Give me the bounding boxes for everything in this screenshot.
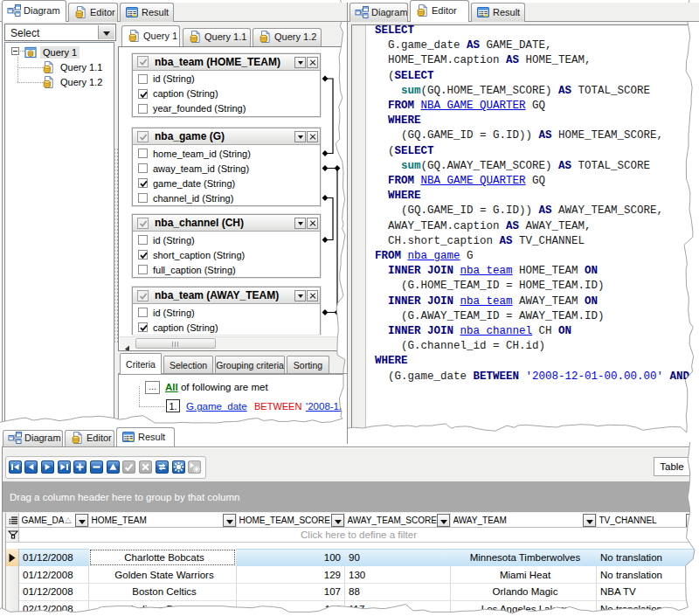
table-box-header[interactable]: nba_game (G) bbox=[133, 128, 320, 145]
criteria-field-link[interactable]: G.game_date bbox=[186, 401, 247, 412]
tab-diagram[interactable]: Diagram bbox=[350, 3, 408, 22]
grid-cell[interactable]: Miami Heat bbox=[451, 566, 596, 584]
table-dropdown-button[interactable] bbox=[294, 57, 306, 68]
grid-cell[interactable]: 01/12/2008 bbox=[19, 549, 88, 566]
table-close-button[interactable] bbox=[307, 290, 318, 301]
field-row-caption[interactable]: caption (String) bbox=[134, 87, 319, 101]
field-checkbox[interactable] bbox=[138, 89, 148, 99]
sql-editor[interactable]: SELECT G.game_date AS GAME_DATE, HOME_TE… bbox=[351, 24, 699, 444]
field-row-id[interactable]: id (String) bbox=[134, 305, 319, 320]
row-indicator[interactable] bbox=[6, 566, 19, 584]
nav-edit-button[interactable] bbox=[107, 460, 120, 474]
table-close-button[interactable] bbox=[307, 57, 318, 68]
table-view-button[interactable]: Table bbox=[654, 457, 690, 476]
field-checkbox[interactable] bbox=[138, 149, 148, 158]
tab-sorting[interactable]: Sorting bbox=[287, 356, 329, 374]
grid-cell[interactable]: 100 bbox=[237, 549, 344, 566]
tab-selection[interactable]: Selection bbox=[163, 356, 213, 374]
table-box-header[interactable]: nba_team (AWAY_TEAM) bbox=[133, 287, 320, 304]
grid-cell[interactable]: 129 bbox=[237, 566, 344, 584]
column-header-away_team[interactable]: AWAY_TEAM bbox=[451, 513, 597, 528]
tab-result[interactable]: Result bbox=[120, 3, 174, 22]
table-checkbox[interactable] bbox=[137, 56, 149, 67]
field-row-short_caption[interactable]: short_caption (String) bbox=[134, 247, 319, 262]
field-row-id[interactable]: id (String) bbox=[134, 72, 319, 87]
tab-criteria[interactable]: Criteria bbox=[120, 353, 162, 374]
row-indicator-current[interactable] bbox=[6, 549, 19, 566]
diagram-hscrollbar[interactable] bbox=[120, 336, 345, 350]
union-type-combo[interactable]: Select bbox=[4, 24, 116, 41]
field-row-game_date[interactable]: game_date (String) bbox=[134, 176, 319, 190]
table-dropdown-button[interactable] bbox=[294, 290, 306, 301]
column-filter-button[interactable] bbox=[583, 514, 596, 527]
field-row-channel_id[interactable]: channel_id (String) bbox=[134, 190, 319, 205]
column-filter-button[interactable] bbox=[331, 514, 344, 527]
tab-editor[interactable]: Editor bbox=[410, 0, 469, 22]
field-row-home_team_id[interactable]: home_team_id (String) bbox=[134, 146, 319, 161]
tab-result[interactable]: Result bbox=[471, 3, 525, 22]
nav-first-button[interactable] bbox=[9, 460, 22, 474]
grid-cell[interactable]: 107 bbox=[237, 583, 344, 600]
row-indicator[interactable] bbox=[6, 600, 19, 616]
tab-result[interactable]: Result bbox=[116, 427, 175, 446]
tab-query-1-2[interactable]: Query 1.2 bbox=[253, 28, 322, 46]
column-header-away_team_score[interactable]: AWAY_TEAM_SCORE bbox=[345, 513, 451, 528]
grid-cell[interactable]: NBA TV bbox=[597, 583, 697, 600]
tab-grouping-criteria[interactable]: Grouping criteria bbox=[215, 356, 285, 374]
nav-refresh-button[interactable] bbox=[156, 460, 169, 474]
criteria-options-button[interactable]: ... bbox=[145, 381, 160, 394]
criteria-operator[interactable]: BETWEEN bbox=[254, 401, 301, 412]
field-checkbox[interactable] bbox=[138, 322, 148, 332]
nav-cancel-button[interactable] bbox=[139, 460, 152, 474]
table-close-button[interactable] bbox=[307, 218, 318, 229]
field-checkbox[interactable] bbox=[138, 308, 148, 317]
grid-cell[interactable]: Indiana Pacers bbox=[89, 600, 236, 616]
column-header-tv_channel[interactable]: TV_CHANNEL bbox=[597, 513, 697, 528]
grid-cell[interactable]: No translation bbox=[597, 549, 697, 566]
nav-last-button[interactable] bbox=[58, 460, 71, 474]
table-dropdown-button[interactable] bbox=[294, 218, 306, 229]
column-header-home_team[interactable]: HOME_TEAM bbox=[89, 513, 237, 528]
field-row-id[interactable]: id (String) bbox=[134, 232, 319, 247]
field-checkbox[interactable] bbox=[138, 235, 148, 245]
tab-query-1[interactable]: Query 1 bbox=[121, 25, 180, 46]
table-box-header[interactable]: nba_channel (CH) bbox=[133, 215, 320, 232]
sql-text[interactable]: SELECT G.game_date AS GAME_DATE, HOME_TE… bbox=[375, 24, 689, 384]
grid-cell[interactable]: Los Angeles Lakers bbox=[451, 600, 596, 616]
nav-post-button[interactable] bbox=[122, 460, 135, 474]
combo-dropdown-button[interactable] bbox=[98, 25, 114, 39]
nav-prior-button[interactable] bbox=[24, 460, 38, 474]
column-filter-button[interactable] bbox=[686, 514, 697, 527]
group-by-bar[interactable]: Drag a column header here to group by th… bbox=[3, 481, 695, 512]
criteria-all-link[interactable]: All bbox=[165, 382, 178, 392]
grid-corner-cell[interactable] bbox=[6, 513, 19, 528]
table-box-header[interactable]: nba_team (HOME_TEAM) bbox=[133, 54, 320, 71]
grid-cell[interactable]: 90 bbox=[345, 549, 450, 566]
grid-cell[interactable]: 117 bbox=[345, 600, 450, 616]
grid-cell[interactable]: 01/12/2008 bbox=[19, 566, 88, 584]
column-filter-button[interactable] bbox=[75, 514, 88, 527]
grid-cell[interactable]: Minnesota Timberwolves bbox=[451, 549, 596, 566]
tab-editor[interactable]: Editor bbox=[68, 3, 118, 22]
table-checkbox[interactable] bbox=[137, 131, 149, 142]
nav-delete-button[interactable] bbox=[90, 460, 103, 474]
field-checkbox[interactable] bbox=[138, 104, 148, 114]
nav-fetch-next-button[interactable] bbox=[188, 460, 201, 474]
grid-cell[interactable]: Charlotte Bobcats bbox=[89, 549, 236, 566]
table-box-nba-channel-ch-[interactable]: nba_channel (CH) id (String)short_captio… bbox=[132, 214, 321, 278]
nav-next-button[interactable] bbox=[41, 460, 54, 474]
field-row-full_caption[interactable]: full_caption (String) bbox=[134, 262, 319, 277]
field-row-year_founded[interactable]: year_founded (String) bbox=[134, 101, 319, 116]
field-checkbox[interactable] bbox=[138, 178, 148, 188]
column-header-game_date[interactable]: GAME_DATE bbox=[19, 513, 89, 528]
table-box-nba-game-g-[interactable]: nba_game (G) home_team_id (String)away_t… bbox=[132, 128, 321, 206]
grid-cell[interactable]: Golden State Warriors bbox=[89, 566, 236, 584]
scrollbar-thumb[interactable] bbox=[135, 338, 216, 349]
table-dropdown-button[interactable] bbox=[294, 131, 306, 142]
tab-query-1-1[interactable]: Query 1.1 bbox=[183, 28, 251, 46]
tree-item-query-1[interactable]: Query 1 bbox=[24, 45, 80, 59]
nav-insert-button[interactable] bbox=[73, 460, 87, 474]
tab-diagram[interactable]: Diagram bbox=[3, 430, 63, 446]
field-checkbox[interactable] bbox=[138, 250, 148, 260]
table-checkbox[interactable] bbox=[137, 218, 149, 229]
